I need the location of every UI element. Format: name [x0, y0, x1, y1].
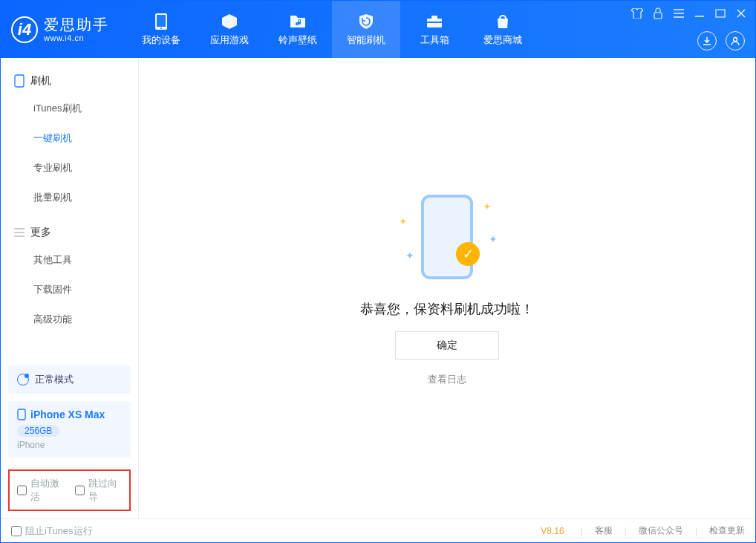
- sidebar: 刷机 iTunes刷机 一键刷机 专业刷机 批量刷机 更多 其他工具 下载固件 …: [1, 58, 139, 518]
- sidebar-list: 刷机 iTunes刷机 一键刷机 专业刷机 批量刷机 更多 其他工具 下载固件 …: [1, 58, 138, 358]
- svg-rect-11: [716, 10, 725, 17]
- svg-rect-4: [431, 16, 437, 19]
- nav-label: 应用游戏: [210, 33, 249, 47]
- sparkle-icon: ✦: [483, 201, 492, 212]
- user-button[interactable]: [726, 31, 745, 51]
- sidebar-group-more: 更多: [1, 220, 138, 245]
- sidebar-item-other-tools[interactable]: 其他工具: [1, 245, 138, 275]
- sidebar-item-download-firmware[interactable]: 下载固件: [1, 275, 138, 305]
- ok-button[interactable]: 确定: [395, 331, 499, 360]
- body: 刷机 iTunes刷机 一键刷机 专业刷机 批量刷机 更多 其他工具 下载固件 …: [1, 58, 755, 518]
- header-actions: [697, 31, 745, 51]
- app-window: i4 爱思助手 www.i4.cn 我的设备 应用游戏 铃声壁纸 智能刷机: [0, 0, 756, 543]
- status-bar: 阻止iTunes运行 V8.16 | 客服 | 微信公众号 | 检查更新: [1, 518, 755, 542]
- mode-label: 正常模式: [35, 373, 74, 386]
- separator: |: [625, 526, 627, 536]
- skip-wizard-checkbox[interactable]: 跳过向导: [75, 477, 123, 504]
- checkbox-label: 阻止iTunes运行: [25, 524, 93, 538]
- window-controls: [630, 7, 748, 20]
- checkmark-badge-icon: ✓: [456, 242, 480, 266]
- version-label: V8.16: [541, 526, 564, 536]
- separator: |: [581, 526, 583, 536]
- device-card[interactable]: iPhone XS Max 256GB iPhone: [8, 401, 131, 458]
- svg-rect-15: [15, 75, 24, 87]
- sidebar-bottom: 正常模式 iPhone XS Max 256GB iPhone: [1, 358, 138, 465]
- support-link[interactable]: 客服: [595, 524, 613, 537]
- svg-rect-6: [654, 13, 662, 19]
- group-label: 更多: [30, 226, 51, 239]
- sidebar-item-advanced[interactable]: 高级功能: [1, 305, 138, 334]
- app-title: 爱思助手: [44, 16, 109, 33]
- mode-dot-icon: [17, 374, 29, 386]
- group-label: 刷机: [30, 74, 51, 88]
- nav-ringtones[interactable]: 铃声壁纸: [264, 1, 332, 58]
- close-button[interactable]: [734, 7, 748, 20]
- wechat-link[interactable]: 微信公众号: [639, 524, 683, 537]
- main-content: ✦ ✦ ✦ ✦ ✓ 恭喜您，保资料刷机成功啦！ 确定 查看日志: [139, 58, 755, 518]
- lock-icon[interactable]: [651, 7, 665, 20]
- device-outline-icon: [14, 74, 25, 88]
- phone-icon: [152, 13, 170, 30]
- success-message: 恭喜您，保资料刷机成功啦！: [360, 300, 534, 318]
- nav-label: 铃声壁纸: [278, 33, 317, 47]
- nav-smart-flash[interactable]: 智能刷机: [332, 1, 400, 58]
- check-update-link[interactable]: 检查更新: [709, 524, 745, 537]
- sidebar-item-itunes-flash[interactable]: iTunes刷机: [1, 94, 138, 123]
- logo-area: i4 爱思助手 www.i4.cn: [1, 1, 120, 58]
- toolbox-icon: [426, 13, 443, 30]
- logo-text: 爱思助手 www.i4.cn: [44, 16, 109, 43]
- block-itunes-input[interactable]: [11, 526, 22, 536]
- block-itunes-checkbox[interactable]: 阻止iTunes运行: [11, 524, 93, 538]
- svg-rect-1: [157, 15, 166, 27]
- nav-my-device[interactable]: 我的设备: [127, 1, 195, 58]
- list-icon: [14, 228, 25, 237]
- checkbox-label: 跳过向导: [88, 477, 123, 504]
- nav-toolbox[interactable]: 工具箱: [400, 1, 469, 58]
- nav-apps-games[interactable]: 应用游戏: [195, 1, 264, 58]
- auto-activate-input[interactable]: [17, 485, 27, 495]
- sidebar-item-pro-flash[interactable]: 专业刷机: [1, 153, 138, 183]
- app-subtitle: www.i4.cn: [44, 33, 109, 43]
- mode-card[interactable]: 正常模式: [8, 365, 131, 394]
- download-button[interactable]: [697, 31, 717, 51]
- view-log-link[interactable]: 查看日志: [428, 373, 466, 386]
- sparkle-icon: ✦: [405, 250, 414, 261]
- device-small-icon: [17, 409, 26, 420]
- flash-options-box: 自动激活 跳过向导: [8, 469, 131, 511]
- sparkle-icon: ✦: [399, 215, 408, 227]
- sidebar-group-flash: 刷机: [1, 68, 138, 94]
- bag-icon: [494, 13, 512, 30]
- header: i4 爱思助手 www.i4.cn 我的设备 应用游戏 铃声壁纸 智能刷机: [1, 1, 755, 58]
- nav-label: 工具箱: [420, 33, 449, 47]
- sidebar-item-batch-flash[interactable]: 批量刷机: [1, 183, 138, 212]
- sidebar-item-oneclick-flash[interactable]: 一键刷机: [1, 123, 138, 153]
- device-name: iPhone XS Max: [30, 409, 105, 420]
- sparkle-icon: ✦: [489, 233, 498, 245]
- skip-wizard-input[interactable]: [75, 485, 85, 495]
- auto-activate-checkbox[interactable]: 自动激活: [17, 477, 65, 504]
- device-name-row: iPhone XS Max: [17, 409, 122, 420]
- nav-label: 爱思商城: [483, 33, 522, 47]
- refresh-shield-icon: [357, 13, 375, 30]
- success-illustration: ✦ ✦ ✦ ✦ ✓: [395, 190, 499, 287]
- maximize-button[interactable]: [714, 7, 727, 20]
- music-folder-icon: [289, 13, 307, 30]
- nav-label: 我的设备: [142, 33, 180, 47]
- checkbox-label: 自动激活: [30, 477, 65, 504]
- separator: |: [695, 526, 697, 536]
- svg-point-14: [734, 38, 737, 42]
- device-type: iPhone: [17, 440, 122, 450]
- svg-rect-19: [18, 409, 25, 420]
- nav-label: 智能刷机: [347, 33, 385, 47]
- minimize-button[interactable]: [693, 7, 706, 20]
- menu-icon[interactable]: [672, 7, 685, 20]
- cube-icon: [221, 13, 238, 30]
- main-nav: 我的设备 应用游戏 铃声壁纸 智能刷机 工具箱 爱思商城: [127, 1, 537, 58]
- svg-point-2: [160, 27, 162, 29]
- nav-store[interactable]: 爱思商城: [469, 1, 537, 58]
- phone-outline-icon: [421, 195, 473, 279]
- svg-rect-5: [427, 22, 442, 23]
- device-capacity: 256GB: [17, 425, 59, 437]
- shirt-icon[interactable]: [630, 7, 644, 20]
- logo-icon: i4: [11, 16, 38, 43]
